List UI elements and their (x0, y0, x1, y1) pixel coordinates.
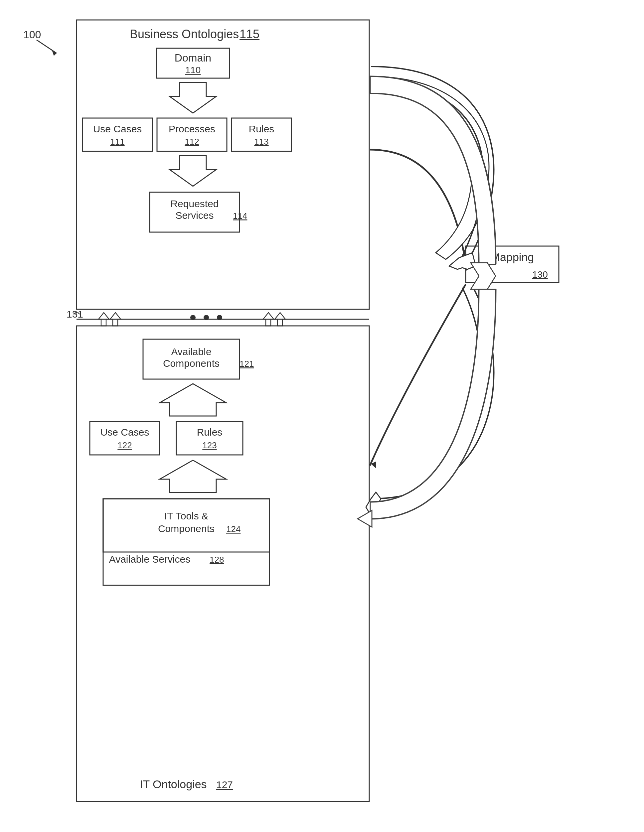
diagram-svg: 100 Business Ontologies 115 Domain 110 U… (0, 0, 644, 832)
rules-title-2: Rules (197, 427, 223, 438)
dots-1 (190, 315, 195, 320)
arrow-down-1 (170, 82, 216, 113)
requested-services-title2: Services (175, 210, 213, 221)
business-ontologies-number: 115 (240, 27, 260, 41)
dots-2 (203, 315, 209, 320)
it-tools-title2: Components (158, 523, 215, 534)
it-ontologies-number: 127 (216, 779, 233, 790)
requested-services-number: 114 (233, 211, 247, 221)
available-components-title2: Components (163, 358, 219, 369)
figure-label: 100 (23, 29, 41, 40)
mapping-title: Mapping (491, 251, 534, 263)
available-services-title: Available Services (109, 554, 191, 565)
rules-number-1: 113 (254, 137, 268, 147)
business-ontologies-title: Business Ontologies (130, 27, 239, 41)
arrow-up-2 (160, 460, 226, 493)
label-131: 131 (67, 309, 83, 320)
use-cases-title-1: Use Cases (93, 123, 142, 134)
it-tools-title: IT Tools & (164, 510, 208, 522)
outer-curve-2 (371, 286, 493, 499)
available-components-number: 121 (240, 359, 254, 369)
processes-title: Processes (169, 123, 215, 134)
curve-arrow-up (370, 284, 466, 466)
domain-title: Domain (175, 52, 211, 64)
rules-title-1: Rules (249, 123, 274, 134)
it-tools-number: 124 (226, 524, 240, 534)
requested-services-title: Requested (170, 198, 219, 209)
available-components-title: Available (171, 346, 211, 357)
mapping-number: 130 (532, 269, 548, 280)
domain-number: 110 (185, 65, 201, 75)
arrow-down-2 (170, 156, 216, 186)
arrow-up-1 (160, 384, 226, 416)
business-ontologies-box (77, 20, 369, 309)
available-services-number: 128 (210, 555, 224, 565)
use-cases-title-2: Use Cases (101, 427, 149, 438)
use-cases-number-1: 111 (110, 137, 124, 147)
inner-curve-2 (371, 288, 482, 515)
arrow-tip-up (366, 492, 381, 515)
it-ontologies-title: IT Ontologies (140, 778, 207, 790)
dots-3 (217, 315, 222, 320)
use-cases-number-2: 122 (117, 440, 132, 450)
processes-number: 112 (184, 137, 199, 147)
rules-number-2: 123 (202, 440, 216, 450)
